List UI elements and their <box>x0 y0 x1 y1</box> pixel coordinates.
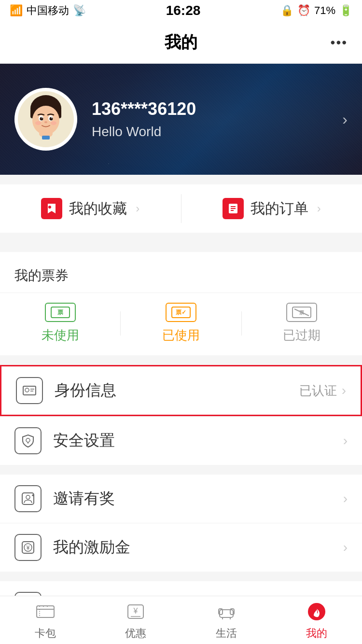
profile-nickname: Hello World <box>92 124 342 140</box>
svg-text:票✓: 票✓ <box>176 309 186 316</box>
identity-menu-item[interactable]: 身份信息 已认证 › <box>1 366 361 415</box>
ticket-expired[interactable]: 票 已过期 <box>242 303 362 344</box>
security-chevron-right-icon: › <box>343 433 348 448</box>
profile-chevron-right-icon[interactable]: › <box>342 111 348 128</box>
svg-point-8 <box>50 117 53 121</box>
battery-label: 71% <box>314 4 335 17</box>
identity-icon <box>16 377 43 404</box>
svg-point-32 <box>26 438 30 442</box>
separator-2 <box>0 355 362 365</box>
tab-deals[interactable]: ¥ 优惠 <box>91 600 181 641</box>
favorites-label: 我的收藏 <box>69 199 127 219</box>
status-right: 🔒 ⏰ 71% 🔋 <box>280 4 352 17</box>
profile-banner[interactable]: 136****36120 Hello World › <box>0 64 362 175</box>
ticket-unused-icon: 票 <box>45 303 76 322</box>
tab-mine-label: 我的 <box>306 626 327 641</box>
alarm-icon: ⏰ <box>297 4 310 17</box>
profile-phone: 136****36120 <box>92 99 342 119</box>
separator-3 <box>0 465 362 475</box>
mine-icon <box>305 600 328 623</box>
incentive-menu-item[interactable]: ¥ 我的激励金 › <box>0 523 362 572</box>
ticket-types: 票 未使用 票✓ 已使用 <box>0 293 362 355</box>
svg-point-11 <box>44 121 47 123</box>
svg-text:票: 票 <box>57 309 64 316</box>
lock-icon: 🔒 <box>280 4 293 17</box>
svg-text:¥: ¥ <box>133 607 138 615</box>
svg-text:¥: ¥ <box>26 545 30 551</box>
avatar <box>14 88 77 151</box>
ticket-section-title: 我的票券 <box>0 252 362 293</box>
orders-action[interactable]: 我的订单 › <box>181 184 362 233</box>
life-icon <box>215 600 238 623</box>
svg-text:票: 票 <box>299 310 305 315</box>
invite-icon <box>14 485 42 512</box>
svg-point-16 <box>48 206 51 209</box>
identity-label: 身份信息 <box>55 380 299 401</box>
tab-bar: 卡包 ¥ 优惠 生活 <box>0 596 362 644</box>
orders-arrow-icon: › <box>317 202 321 215</box>
identity-section: 身份信息 已认证 › <box>0 365 362 416</box>
incentive-label: 我的激励金 <box>53 537 343 558</box>
svg-point-35 <box>26 495 30 499</box>
incentive-icon: ¥ <box>14 534 42 561</box>
orders-label: 我的订单 <box>251 199 308 219</box>
separator-1 <box>0 233 362 242</box>
battery-icon: 🔋 <box>339 4 352 17</box>
identity-status: 已认证 <box>299 382 337 399</box>
ticket-used-label: 已使用 <box>162 327 200 344</box>
status-time: 16:28 <box>166 3 201 18</box>
incentive-section: ¥ 我的激励金 › <box>0 523 362 572</box>
status-bar: 📶 中国移动 📡 16:28 🔒 ⏰ 71% 🔋 <box>0 0 362 21</box>
svg-rect-60 <box>220 610 233 617</box>
tab-deals-label: 优惠 <box>125 626 146 641</box>
svg-rect-15 <box>42 136 50 140</box>
page-title: 我的 <box>165 31 197 54</box>
security-menu-item[interactable]: 安全设置 › <box>0 417 362 465</box>
bookmark-icon <box>41 198 62 219</box>
status-left: 📶 中国移动 📡 <box>10 3 86 18</box>
ticket-expired-label: 已过期 <box>283 327 320 344</box>
profile-info: 136****36120 Hello World <box>92 99 342 140</box>
wallet-icon <box>34 600 57 623</box>
favorites-action[interactable]: 我的收藏 › <box>0 184 181 233</box>
incentive-chevron-right-icon: › <box>343 540 348 555</box>
quick-actions: 我的收藏 › 我的订单 › <box>0 184 362 233</box>
identity-chevron-right-icon: › <box>342 383 346 398</box>
tab-mine[interactable]: 我的 <box>272 600 362 641</box>
wifi-icon: 📡 <box>73 4 86 17</box>
security-label: 安全设置 <box>53 430 343 451</box>
svg-point-13 <box>51 121 56 125</box>
ticket-unused-label: 未使用 <box>42 327 79 344</box>
invite-section: 邀请有奖 › <box>0 475 362 523</box>
svg-point-9 <box>42 117 42 118</box>
svg-point-10 <box>51 117 52 118</box>
tab-life[interactable]: 生活 <box>181 600 272 641</box>
invite-menu-item[interactable]: 邀请有奖 › <box>0 475 362 523</box>
ticket-used-icon: 票✓ <box>166 303 196 322</box>
ticket-unused[interactable]: 票 未使用 <box>0 303 120 344</box>
separator-4 <box>0 572 362 581</box>
nav-bar: 我的 ••• <box>0 21 362 64</box>
ticket-section: 我的票券 票 未使用 票✓ 已使用 <box>0 252 362 355</box>
svg-point-12 <box>35 121 41 125</box>
carrier-label: 中国移动 <box>27 3 69 18</box>
invite-label: 邀请有奖 <box>53 488 343 509</box>
tab-wallet[interactable]: 卡包 <box>0 600 91 641</box>
more-button[interactable]: ••• <box>331 35 348 50</box>
svg-point-29 <box>25 388 29 392</box>
security-icon <box>14 427 42 454</box>
ticket-used[interactable]: 票✓ 已使用 <box>121 303 241 344</box>
security-section: 安全设置 › <box>0 416 362 465</box>
svg-point-7 <box>40 117 43 121</box>
favorites-arrow-icon: › <box>136 202 139 215</box>
invite-chevron-right-icon: › <box>343 491 348 506</box>
deals-icon: ¥ <box>124 600 147 623</box>
tab-life-label: 生活 <box>216 626 237 641</box>
order-icon <box>223 198 244 219</box>
ticket-expired-icon: 票 <box>286 303 317 322</box>
tab-wallet-label: 卡包 <box>35 626 56 641</box>
signal-icon: 📶 <box>10 4 23 17</box>
